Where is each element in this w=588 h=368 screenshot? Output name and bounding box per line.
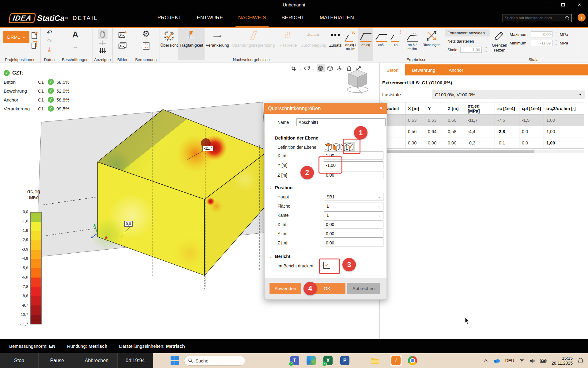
check-verankerung[interactable]: Verankerung bbox=[205, 28, 230, 55]
name-field[interactable] bbox=[296, 118, 386, 126]
plane-option-top-icon[interactable] bbox=[325, 143, 332, 151]
result-ec3[interactable]: εc3 bbox=[373, 28, 389, 47]
check-uebersicht[interactable]: Übersicht bbox=[160, 28, 178, 55]
haupt-dropdown[interactable]: SB1⌄ bbox=[324, 193, 383, 201]
scrollbar-thumb[interactable] bbox=[381, 150, 534, 153]
maximize-button[interactable] bbox=[557, 1, 569, 9]
pencil-icon[interactable] bbox=[493, 31, 504, 43]
extremwert-anzeigen-toggle[interactable]: Extremwert anzeigen bbox=[445, 29, 490, 36]
chevron-down-icon[interactable]: ⌄ bbox=[299, 67, 301, 70]
taskbar-app-p[interactable]: P bbox=[340, 356, 349, 365]
netz-darstellen-toggle[interactable]: Netz darstellen bbox=[445, 38, 490, 45]
anwenden-button[interactable]: Anwenden bbox=[270, 283, 301, 294]
stepper-arrows[interactable]: ⌃⌄ bbox=[555, 32, 557, 37]
undo-icon[interactable]: ↶ bbox=[41, 29, 58, 37]
stepper-arrows[interactable]: ⌃⌄ bbox=[485, 47, 487, 52]
images-icon[interactable] bbox=[118, 42, 127, 50]
taskbar-search[interactable]: Suche bbox=[184, 356, 245, 366]
battery-icon[interactable] bbox=[540, 359, 547, 363]
nav-entwurf[interactable]: ENTWURF bbox=[192, 10, 227, 27]
labels-icon[interactable]: A bbox=[58, 30, 92, 40]
scale-factor-input[interactable]: 1,00 bbox=[460, 47, 482, 53]
result-sc3-sclim[interactable]: σc,3 / σc,lim bbox=[404, 28, 420, 51]
table-row[interactable]: 0,63 0,53 0,60 -11,7 -7,5 -1,5 1,00 bbox=[382, 115, 584, 126]
dialog-titlebar[interactable]: Querschnittkenngrößen ✕ bbox=[264, 103, 387, 114]
minimum-input[interactable]: -11,69 bbox=[531, 40, 552, 46]
nav-nachweis[interactable]: NACHWEIS bbox=[234, 10, 270, 27]
section-bericht[interactable]: ⌄Bericht bbox=[269, 254, 290, 259]
pos-z-field[interactable] bbox=[324, 239, 383, 247]
pos-x-field[interactable] bbox=[324, 220, 383, 228]
wifi-icon[interactable] bbox=[519, 358, 525, 363]
dimensions-icon[interactable]: ↔ bbox=[58, 43, 92, 50]
taskbar-app-edge[interactable] bbox=[307, 356, 316, 365]
windows-start-button[interactable] bbox=[171, 356, 179, 365]
notification-bell-icon[interactable]: z bbox=[578, 358, 584, 364]
taskbar-clock[interactable]: 15:15 28.11.2025 bbox=[552, 356, 573, 366]
pos-y-field[interactable] bbox=[324, 230, 383, 238]
speaker-icon[interactable] bbox=[530, 358, 535, 363]
z-field[interactable] bbox=[324, 171, 383, 179]
section-position[interactable]: ⌄Position bbox=[269, 185, 292, 190]
import-icon[interactable]: ⤓ bbox=[41, 46, 58, 53]
result-sceq-sclim[interactable]: % σc,eq / σc,lim bbox=[343, 28, 358, 51]
nav-projekt[interactable]: PROJEKT bbox=[153, 10, 186, 27]
crop-view-button[interactable] bbox=[289, 64, 297, 72]
wireframe-view-button[interactable] bbox=[326, 64, 334, 72]
project-position-dropdown[interactable]: DRM1⌄ bbox=[3, 31, 29, 43]
result-epl[interactable]: ! εpl bbox=[389, 28, 404, 47]
plane-option-general-icon[interactable] bbox=[346, 143, 353, 151]
chevron-down-icon[interactable]: ⌄ bbox=[312, 67, 315, 70]
x-field[interactable] bbox=[324, 151, 383, 159]
add-image-icon[interactable] bbox=[118, 31, 127, 39]
calculator-icon[interactable]: +−×÷ bbox=[142, 42, 150, 50]
tab-anchor[interactable]: Anchor bbox=[442, 64, 470, 75]
laststufe-dropdown[interactable]: G100,0%, V100,0%▼ bbox=[432, 90, 585, 99]
copy-position-icon[interactable] bbox=[31, 41, 38, 49]
tray-chevron-icon[interactable] bbox=[484, 359, 488, 362]
kante-dropdown[interactable]: 1⌄ bbox=[324, 211, 383, 219]
show-reinforcement-toggle[interactable] bbox=[98, 29, 107, 39]
tab-bewehrung[interactable]: Bewehrung bbox=[405, 64, 442, 75]
nav-materialien[interactable]: MATERIALIEN bbox=[315, 10, 358, 27]
abbrechen-button[interactable]: Abbrechen bbox=[347, 283, 380, 294]
pause-button[interactable]: Pause bbox=[39, 353, 76, 368]
orbit-view-button[interactable] bbox=[303, 64, 311, 72]
language-indicator[interactable]: DEU bbox=[505, 358, 514, 363]
stop-button[interactable]: Stop bbox=[0, 353, 39, 368]
table-horizontal-scrollbar[interactable] bbox=[381, 150, 584, 153]
header-search-input[interactable] bbox=[503, 16, 565, 20]
maximum-input[interactable]: 0,00 bbox=[531, 31, 552, 37]
y-field[interactable] bbox=[324, 161, 383, 169]
taskbar-app-chrome[interactable] bbox=[408, 356, 417, 365]
taskbar-app-idea-statica[interactable]: i bbox=[391, 356, 401, 365]
calculation-settings-icon[interactable]: ⚙ bbox=[132, 29, 160, 39]
loads-icon[interactable] bbox=[98, 47, 107, 55]
result-sceq[interactable]: σc,eq bbox=[358, 28, 374, 61]
flaeche-dropdown[interactable]: 1⌄ bbox=[324, 202, 383, 210]
abort-button[interactable]: Abbrechen bbox=[76, 353, 118, 368]
grenzen-setzen-button[interactable]: Grenzen setzen bbox=[491, 43, 508, 52]
check-zusatz[interactable]: Zusatz bbox=[328, 28, 343, 55]
minimize-button[interactable]: — bbox=[541, 1, 554, 9]
onedrive-icon[interactable] bbox=[493, 358, 500, 363]
tab-beton[interactable]: Beton bbox=[380, 64, 405, 75]
nav-bericht[interactable]: BERICHT bbox=[277, 10, 309, 27]
section-ebene[interactable]: ⌄Definition der Ebene bbox=[269, 136, 318, 140]
plane-option-front-icon[interactable] bbox=[333, 143, 340, 151]
stepper-arrows[interactable]: ⌃⌄ bbox=[555, 40, 557, 46]
axes-icon[interactable] bbox=[99, 40, 106, 47]
im-bericht-drucken-checkbox[interactable]: ✓ bbox=[323, 262, 330, 269]
header-search[interactable] bbox=[503, 14, 572, 22]
navigation-cube[interactable] bbox=[345, 68, 370, 98]
taskbar-app-excel[interactable]: X✓ bbox=[323, 356, 333, 365]
add-position-icon[interactable] bbox=[31, 31, 38, 39]
dialog-close-icon[interactable]: ✕ bbox=[379, 105, 383, 111]
taskbar-app-teams[interactable]: T✓ bbox=[290, 356, 299, 365]
solid-view-button[interactable] bbox=[317, 64, 325, 72]
info-button[interactable]: i bbox=[578, 13, 586, 21]
result-richtungen[interactable]: Richtungen bbox=[420, 28, 443, 47]
plane-view-button[interactable] bbox=[336, 64, 344, 72]
taskbar-folder[interactable] bbox=[370, 356, 379, 365]
check-tragfaehigkeit[interactable]: Tragfähigkeit bbox=[178, 28, 205, 60]
